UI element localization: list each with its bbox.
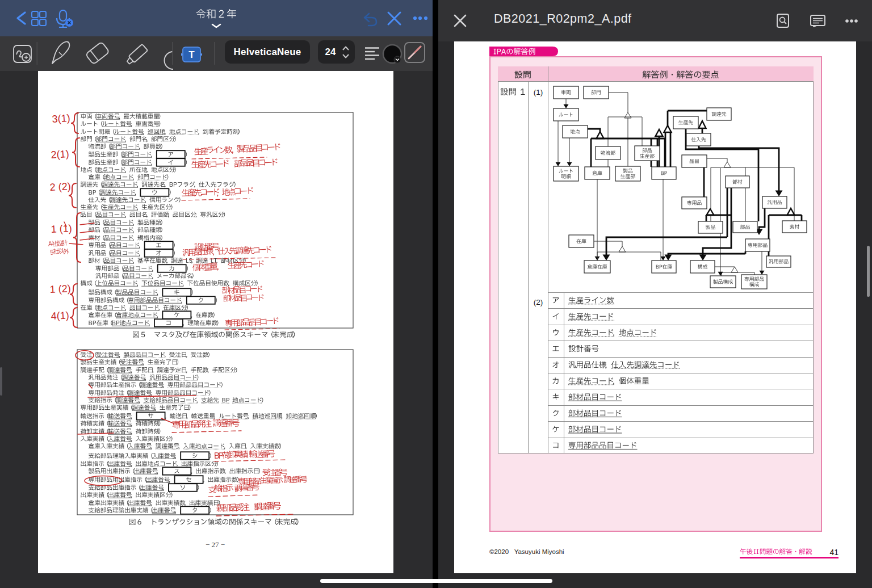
- svg-text:(1): (1): [534, 88, 543, 96]
- svg-text:3(1): 3(1): [52, 112, 70, 125]
- svg-text:©2020 Yasuyuki Miyoshi: ©2020 Yasuyuki Miyoshi: [489, 548, 564, 555]
- svg-text:DB2021_R02pm2_A.pdf: DB2021_R02pm2_A.pdf: [494, 12, 632, 26]
- svg-text:1 (1): 1 (1): [51, 222, 72, 235]
- svg-text:(2): (2): [534, 298, 543, 306]
- svg-text:4(1): 4(1): [51, 309, 69, 322]
- svg-text:− 27 −: − 27 −: [206, 540, 225, 549]
- svg-text:T: T: [188, 49, 195, 60]
- svg-text:1 (2): 1 (2): [49, 283, 71, 295]
- svg-text:41: 41: [829, 548, 839, 557]
- svg-text:2(1): 2(1): [51, 148, 69, 161]
- svg-text:2 (2): 2 (2): [49, 180, 71, 193]
